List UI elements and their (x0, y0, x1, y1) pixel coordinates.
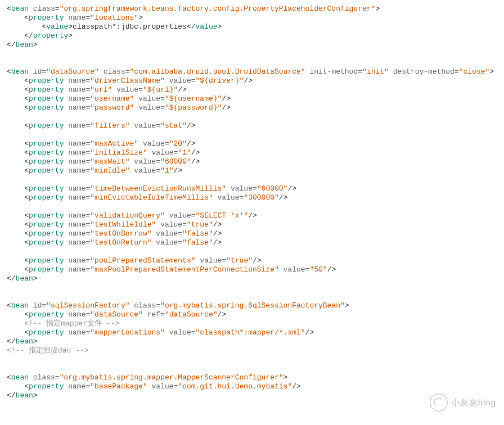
watermark-text: 小灰灰blog (451, 398, 496, 405)
watermark: 小灰灰blog (430, 394, 496, 405)
wechat-icon (430, 394, 448, 405)
xml-code-block: <bean class="org.springframework.beans.f… (0, 0, 504, 405)
